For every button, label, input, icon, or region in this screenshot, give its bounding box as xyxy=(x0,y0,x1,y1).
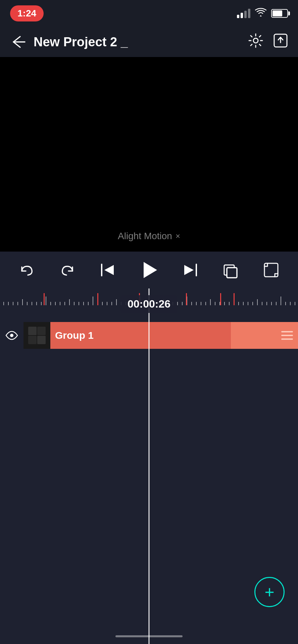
status-icons xyxy=(237,8,288,19)
svg-rect-28 xyxy=(93,297,93,305)
status-time: 1:24 xyxy=(10,5,44,21)
header-left: New Project 2 _ xyxy=(10,35,128,49)
crop-button[interactable] xyxy=(259,258,283,282)
svg-rect-32 xyxy=(111,302,112,305)
svg-rect-14 xyxy=(27,302,28,305)
battery-icon xyxy=(271,9,288,18)
signal-bar-1 xyxy=(237,15,239,18)
svg-rect-51 xyxy=(201,302,201,305)
add-icon: + xyxy=(264,584,274,600)
copy-frame-button[interactable] xyxy=(219,258,242,282)
watermark-close-button[interactable]: × xyxy=(176,231,180,241)
svg-rect-6 xyxy=(227,268,237,278)
svg-rect-56 xyxy=(224,302,225,305)
svg-rect-55 xyxy=(219,302,220,305)
svg-rect-60 xyxy=(243,302,244,305)
svg-rect-8 xyxy=(264,263,278,277)
play-icon xyxy=(144,262,157,278)
svg-rect-71 xyxy=(295,302,295,305)
playback-controls xyxy=(0,252,298,288)
watermark-text: Alight Motion xyxy=(118,231,172,241)
svg-rect-31 xyxy=(107,302,107,305)
svg-rect-68 xyxy=(281,297,281,305)
svg-rect-70 xyxy=(290,302,291,305)
svg-rect-18 xyxy=(46,297,46,305)
svg-rect-76 xyxy=(220,293,221,305)
svg-rect-67 xyxy=(276,302,277,305)
svg-rect-17 xyxy=(41,302,42,305)
svg-rect-13 xyxy=(22,299,23,305)
timecode-display: 00:00:26 xyxy=(121,295,177,313)
svg-rect-46 xyxy=(177,302,178,305)
thumb-sq-1 xyxy=(28,327,37,335)
export-button[interactable] xyxy=(273,33,288,51)
svg-rect-65 xyxy=(266,302,267,305)
svg-rect-10 xyxy=(8,302,9,305)
svg-rect-19 xyxy=(50,302,51,305)
svg-rect-47 xyxy=(182,302,183,305)
svg-rect-52 xyxy=(205,302,206,305)
svg-rect-24 xyxy=(74,302,74,305)
watermark: Alight Motion × xyxy=(118,231,180,241)
svg-rect-53 xyxy=(210,299,211,305)
svg-rect-22 xyxy=(64,302,65,305)
battery-fill xyxy=(272,10,282,16)
playhead-line[interactable] xyxy=(149,288,150,644)
top-header: New Project 2 _ xyxy=(0,27,298,57)
svg-rect-50 xyxy=(196,302,197,305)
signal-bars-icon xyxy=(237,9,250,18)
skip-back-button[interactable] xyxy=(96,258,119,282)
svg-rect-66 xyxy=(271,302,272,305)
svg-rect-12 xyxy=(17,302,18,305)
undo-button[interactable] xyxy=(15,258,39,282)
svg-rect-26 xyxy=(83,302,84,305)
signal-bar-2 xyxy=(241,13,243,18)
layer-visibility-button[interactable] xyxy=(0,322,23,349)
svg-point-1 xyxy=(253,38,258,43)
thumbnail-squares xyxy=(28,327,46,344)
svg-rect-9 xyxy=(3,302,4,305)
header-right xyxy=(248,33,288,51)
svg-rect-15 xyxy=(32,302,32,305)
svg-rect-11 xyxy=(13,302,13,305)
play-button[interactable] xyxy=(136,258,161,283)
svg-rect-21 xyxy=(60,302,60,305)
skip-forward-button[interactable] xyxy=(179,258,202,282)
back-button[interactable] xyxy=(10,35,27,49)
thumb-sq-4 xyxy=(37,336,46,344)
svg-rect-54 xyxy=(215,302,215,305)
svg-rect-59 xyxy=(238,302,239,305)
svg-rect-30 xyxy=(102,302,103,305)
svg-rect-61 xyxy=(248,302,248,305)
signal-bar-4 xyxy=(248,9,250,18)
add-layer-button[interactable]: + xyxy=(254,577,285,607)
svg-rect-73 xyxy=(97,293,98,305)
svg-rect-69 xyxy=(285,302,286,305)
svg-rect-16 xyxy=(36,302,37,305)
svg-rect-25 xyxy=(79,302,79,305)
svg-rect-64 xyxy=(262,302,262,305)
layer-thumbnail xyxy=(23,322,50,349)
svg-rect-57 xyxy=(229,302,230,305)
signal-bar-3 xyxy=(244,11,247,18)
layer-waveform xyxy=(231,322,298,349)
svg-point-78 xyxy=(10,334,13,337)
svg-rect-23 xyxy=(69,299,70,305)
svg-rect-63 xyxy=(257,299,258,305)
svg-rect-27 xyxy=(88,302,89,305)
svg-rect-33 xyxy=(116,299,117,305)
thumb-sq-3 xyxy=(28,336,37,344)
video-preview: Alight Motion × xyxy=(0,57,298,252)
settings-button[interactable] xyxy=(248,33,263,51)
wifi-icon xyxy=(255,8,266,19)
svg-rect-20 xyxy=(55,302,56,305)
thumb-sq-2 xyxy=(37,327,46,335)
svg-rect-77 xyxy=(234,293,235,305)
svg-rect-72 xyxy=(44,293,45,305)
svg-rect-75 xyxy=(186,293,187,305)
status-bar: 1:24 xyxy=(0,0,298,27)
redo-button[interactable] xyxy=(56,258,79,282)
svg-rect-49 xyxy=(191,302,192,305)
svg-rect-62 xyxy=(252,302,253,305)
project-title: New Project 2 _ xyxy=(34,35,128,49)
